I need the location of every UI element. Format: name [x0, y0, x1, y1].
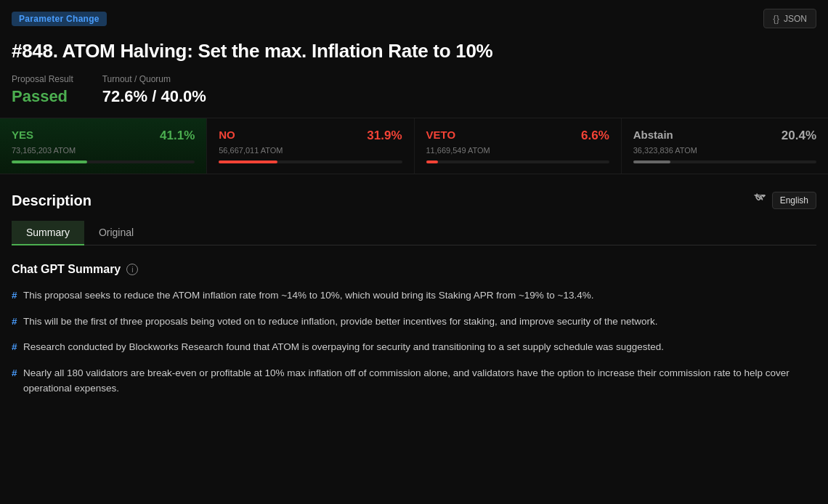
language-button[interactable]: English — [772, 192, 816, 209]
turnout-stat: Turnout / Quorum 72.6% / 40.0% — [102, 74, 206, 106]
param-badge: Parameter Change — [12, 12, 107, 26]
vote-amount-veto: 11,669,549 ATOM — [426, 146, 609, 155]
summary-bullet-2: This will be the first of three proposal… — [12, 314, 816, 330]
summary-bullet-4: Nearly all 180 validators are break-even… — [12, 365, 816, 397]
tabs-row: SummaryOriginal — [12, 221, 816, 245]
proposal-result-stat: Proposal Result Passed — [12, 74, 73, 106]
translate-icon — [753, 192, 766, 208]
chatgpt-title: Chat GPT Summary — [12, 263, 121, 276]
vote-bar-container-no — [219, 160, 402, 163]
vote-label-veto: VETO — [426, 129, 456, 141]
vote-pct-veto: 6.6% — [581, 129, 609, 143]
description-title: Description — [12, 192, 92, 209]
summary-bullet-1: This proposal seeks to reduce the ATOM i… — [12, 288, 816, 304]
vote-bar-container-veto — [426, 160, 609, 163]
summary-bullet-3: Research conducted by Blockworks Researc… — [12, 339, 816, 355]
vote-pct-no: 31.9% — [367, 129, 402, 143]
tab-summary[interactable]: Summary — [12, 221, 84, 245]
vote-bar-container-yes — [12, 160, 195, 163]
json-button[interactable]: {} JSON — [763, 9, 816, 28]
json-button-label: JSON — [784, 14, 807, 24]
vote-bar-fill-yes — [12, 160, 87, 163]
vote-block-veto: VETO 6.6% 11,669,549 ATOM — [415, 118, 622, 174]
language-selector: English — [753, 192, 816, 209]
vote-amount-yes: 73,165,203 ATOM — [12, 146, 195, 155]
result-label: Proposal Result — [12, 74, 73, 84]
vote-block-no: NO 31.9% 56,667,011 ATOM — [207, 118, 414, 174]
turnout-value: 72.6% / 40.0% — [102, 87, 206, 106]
vote-header: YES 41.1% — [12, 129, 195, 143]
vote-amount-no: 56,667,011 ATOM — [219, 146, 402, 155]
vote-bar-fill-no — [219, 160, 277, 163]
vote-header: NO 31.9% — [219, 129, 402, 143]
page-container: Parameter Change {} JSON #848. ATOM Halv… — [0, 0, 828, 397]
vote-header: Abstain 20.4% — [633, 129, 816, 143]
vote-label-abstain: Abstain — [633, 129, 673, 141]
vote-bar-fill-veto — [426, 160, 439, 163]
brace-icon: {} — [773, 13, 779, 24]
summary-list: This proposal seeks to reduce the ATOM i… — [12, 288, 816, 397]
stats-row: Proposal Result Passed Turnout / Quorum … — [0, 74, 828, 118]
vote-label-yes: YES — [12, 129, 33, 141]
vote-label-no: NO — [219, 129, 235, 141]
proposal-title: #848. ATOM Halving: Set the max. Inflati… — [0, 34, 828, 74]
vote-bar-container-abstain — [633, 160, 816, 163]
vote-pct-abstain: 20.4% — [782, 129, 816, 143]
vote-block-abstain: Abstain 20.4% 36,323,836 ATOM — [622, 118, 828, 174]
chatgpt-header: Chat GPT Summary i — [12, 263, 816, 276]
vote-header: VETO 6.6% — [426, 129, 609, 143]
description-header: Description English — [12, 192, 816, 209]
info-icon[interactable]: i — [126, 264, 138, 275]
result-value: Passed — [12, 87, 73, 106]
voting-section: YES 41.1% 73,165,203 ATOM NO 31.9% 56,66… — [0, 118, 828, 174]
vote-block-yes: YES 41.1% 73,165,203 ATOM — [0, 118, 207, 174]
header-bar: Parameter Change {} JSON — [0, 0, 828, 34]
vote-amount-abstain: 36,323,836 ATOM — [633, 146, 816, 155]
tab-original[interactable]: Original — [84, 221, 148, 245]
turnout-label: Turnout / Quorum — [102, 74, 206, 84]
description-section: Description English SummaryOriginal Chat… — [0, 192, 828, 397]
vote-pct-yes: 41.1% — [160, 129, 195, 143]
vote-bar-fill-abstain — [633, 160, 670, 163]
